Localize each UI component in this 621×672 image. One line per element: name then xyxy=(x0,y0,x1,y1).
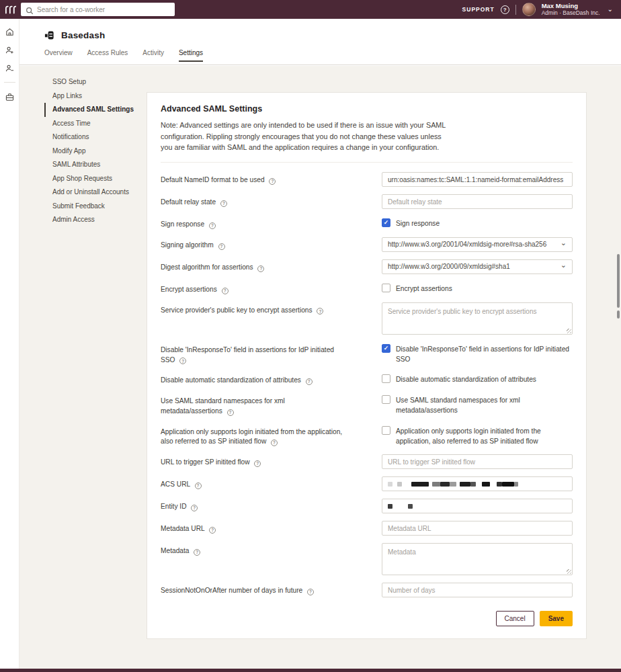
disable-inresponseto-checkbox-label: Disable 'InResponseTo' field in assertio… xyxy=(396,344,573,365)
metadata-textarea[interactable]: Metadata xyxy=(382,543,573,575)
digest-algorithm-control: http://www.w3.org/2000/09/xmldsig#sha1⌄ xyxy=(382,259,573,274)
signing-algorithm-value: http://www.w3.org/2001/04/xmldsig-more#r… xyxy=(388,241,561,248)
disable-standardization-checkbox[interactable] xyxy=(382,374,390,383)
user-menu[interactable]: Max Musing Admin · BaseDash Inc. xyxy=(542,3,600,17)
sign-response-checkbox-row: ✓Sign response xyxy=(382,216,573,228)
form-row-encrypt-assertions: Encrypt assertions ?Encrypt assertions xyxy=(161,282,573,295)
help-icon[interactable]: ? xyxy=(317,308,323,314)
sp-initiated-only-control: Application only supports login initiate… xyxy=(382,424,573,447)
help-icon[interactable]: ? xyxy=(257,265,264,272)
default-nameid-format-control xyxy=(382,172,573,187)
form-row-acs-url: ACS URL ? xyxy=(161,476,573,491)
entity-id-input[interactable] xyxy=(382,499,573,513)
signing-algorithm-label: Signing algorithm ? xyxy=(161,237,366,251)
scrollbar-thumb[interactable] xyxy=(617,310,620,319)
default-relay-state-input[interactable] xyxy=(382,194,573,209)
redacted-block xyxy=(502,482,514,487)
add-user-icon[interactable] xyxy=(5,45,14,54)
default-relay-state-control xyxy=(382,194,573,209)
rail-divider xyxy=(4,82,15,83)
help-icon[interactable]: ? xyxy=(307,589,314,595)
content-area: SSO SetupApp LinksAdvanced SAML Settings… xyxy=(19,66,621,669)
briefcase-icon[interactable] xyxy=(5,92,14,101)
settings-nav-add-or-uninstall-accounts[interactable]: Add or Uninstall Accounts xyxy=(44,185,152,200)
redacted-block xyxy=(397,482,402,487)
redacted-block xyxy=(470,482,476,487)
help-icon[interactable]: ? xyxy=(269,178,276,185)
help-icon[interactable]: ? xyxy=(195,482,202,489)
scrollbar-thumb[interactable] xyxy=(617,254,620,308)
settings-nav-admin-access[interactable]: Admin Access xyxy=(44,213,152,227)
redacted-block xyxy=(482,482,490,487)
form-row-sp-flow-url: URL to trigger SP initited flow ? xyxy=(161,454,573,469)
form-row-disable-standardization: Disable automatic standardization of att… xyxy=(161,372,573,386)
cancel-button[interactable]: Cancel xyxy=(496,611,534,626)
settings-nav-modify-app[interactable]: Modify App xyxy=(44,144,152,159)
help-icon[interactable]: ? xyxy=(271,439,278,446)
disable-inresponseto-checkbox[interactable]: ✓ xyxy=(382,344,390,353)
resize-handle[interactable] xyxy=(567,569,571,574)
remove-user-icon[interactable] xyxy=(5,63,14,73)
digest-algorithm-label: Digest algorithm for assertions ? xyxy=(161,259,366,273)
encrypt-assertions-checkbox[interactable] xyxy=(382,284,390,292)
help-icon[interactable]: ? xyxy=(220,200,227,207)
settings-nav-sso-setup[interactable]: SSO Setup xyxy=(44,75,152,89)
saml-standard-namespaces-control: Use SAML standard namespaces for xml met… xyxy=(382,393,573,416)
chevron-down-icon[interactable]: ⌄ xyxy=(608,5,613,13)
redacted-block xyxy=(450,482,456,487)
redacted-block xyxy=(497,482,502,487)
help-icon[interactable]: ? xyxy=(254,460,261,467)
metadata-url-control xyxy=(382,521,573,536)
sp-initiated-only-checkbox[interactable] xyxy=(382,426,390,435)
form-row-metadata-url: Metadata URL ? xyxy=(161,521,573,536)
search-input[interactable] xyxy=(21,3,175,16)
metadata-url-input[interactable] xyxy=(382,521,573,536)
sign-response-checkbox[interactable]: ✓ xyxy=(382,218,390,227)
resize-handle[interactable] xyxy=(567,329,571,333)
tab-settings[interactable]: Settings xyxy=(179,49,203,62)
acs-url-input[interactable] xyxy=(382,476,573,491)
tab-activity[interactable]: Activity xyxy=(142,49,164,62)
metadata-label: Metadata ? xyxy=(161,543,366,556)
sp-flow-url-control xyxy=(382,454,573,469)
save-button[interactable]: Save xyxy=(540,611,573,626)
session-not-on-or-after-control xyxy=(382,583,573,597)
tab-overview[interactable]: Overview xyxy=(44,49,73,62)
settings-nav-advanced-saml-settings[interactable]: Advanced SAML Settings xyxy=(44,103,152,117)
help-icon[interactable]: ? xyxy=(209,527,216,534)
session-not-on-or-after-input[interactable] xyxy=(382,583,573,597)
settings-nav-submit-feedback[interactable]: Submit Feedback xyxy=(44,200,152,214)
sp-public-key-textarea[interactable]: Service provider's public key to encrypt… xyxy=(382,302,573,335)
default-nameid-format-input[interactable] xyxy=(382,172,573,187)
help-icon[interactable]: ? xyxy=(209,222,216,229)
settings-nav-notifications[interactable]: Notifications xyxy=(44,130,152,144)
help-icon[interactable]: ? xyxy=(227,409,234,416)
settings-nav-app-shop-requests[interactable]: App Shop Requests xyxy=(44,172,152,186)
redacted-block xyxy=(388,504,392,509)
help-icon[interactable]: ? xyxy=(218,243,225,250)
form-row-signing-algorithm: Signing algorithm ?http://www.w3.org/200… xyxy=(161,237,573,252)
settings-nav-saml-attributes[interactable]: SAML Attributes xyxy=(44,158,152,172)
tab-access-rules[interactable]: Access Rules xyxy=(87,49,128,62)
signing-algorithm-select[interactable]: http://www.w3.org/2001/04/xmldsig-more#r… xyxy=(382,237,573,252)
saml-standard-namespaces-label: Use SAML standard namespaces for xml met… xyxy=(161,393,366,417)
support-link[interactable]: SUPPORT xyxy=(462,6,495,13)
digest-algorithm-select[interactable]: http://www.w3.org/2000/09/xmldsig#sha1⌄ xyxy=(382,259,573,274)
saml-standard-namespaces-checkbox[interactable] xyxy=(382,395,390,404)
avatar[interactable] xyxy=(522,3,536,16)
settings-nav-access-time[interactable]: Access Time xyxy=(44,117,152,131)
default-nameid-format-label: Default NameID format to be used ? xyxy=(161,172,366,185)
settings-nav-app-links[interactable]: App Links xyxy=(44,89,152,103)
sign-response-label: Sign response ? xyxy=(161,216,366,230)
help-icon[interactable]: ? xyxy=(194,549,200,556)
topbar-divider xyxy=(515,5,516,15)
help-icon[interactable]: ? xyxy=(179,358,186,364)
rippling-logo-icon[interactable] xyxy=(0,0,20,19)
sp-flow-url-input[interactable] xyxy=(382,454,573,469)
help-icon[interactable]: ? xyxy=(191,505,198,511)
help-icon[interactable]: ? xyxy=(222,288,229,294)
help-icon[interactable]: ? xyxy=(306,378,313,385)
form-row-entity-id: Entity ID ? xyxy=(161,499,573,513)
help-icon[interactable]: ? xyxy=(501,5,509,14)
home-icon[interactable] xyxy=(5,27,14,36)
